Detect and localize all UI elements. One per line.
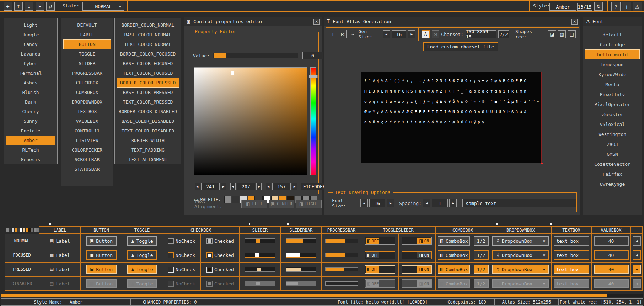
combobox-sample[interactable]: ◧ComboBox	[438, 265, 470, 274]
font-item[interactable]: PixelOperator	[585, 99, 640, 109]
property-item[interactable]: BASE_COLOR_FOCUSED	[117, 59, 179, 68]
theme-item[interactable]: Cherry	[6, 107, 55, 116]
dropdownbox-sample[interactable]: ↕DropdownBox ▼	[492, 265, 549, 274]
blue-value[interactable]: 157	[272, 183, 291, 190]
property-item[interactable]: BORDER_COLOR_DISABLED	[117, 107, 179, 116]
toggle-sample[interactable]: ▲Toggle	[127, 236, 157, 246]
font-item[interactable]: PixelIntv	[585, 89, 640, 99]
style-name-box[interactable]: Amber	[549, 3, 576, 11]
red-increment[interactable]: ▶	[221, 183, 226, 190]
combobox-sample[interactable]: ◧ComboBox	[438, 250, 470, 260]
toggleslider-off[interactable]: ◧OFF	[365, 237, 395, 245]
control-item[interactable]: CONTROL11	[63, 126, 111, 136]
theme-item[interactable]: Jungle	[6, 30, 55, 39]
control-item[interactable]: DEFAULT	[63, 20, 111, 30]
font-item[interactable]: default	[585, 30, 640, 39]
control-item[interactable]: VALUEBOX	[63, 116, 111, 126]
checkbox-checked[interactable]: Checked	[206, 281, 234, 287]
font-item[interactable]: Cartridge	[585, 39, 640, 49]
font-atlas-preview[interactable]: !"#$%&'()*+,-./0123456789:;<=>?@ABCDEFGH…	[361, 72, 542, 163]
checkbox-unchecked[interactable]: NoCheck	[168, 252, 195, 258]
control-item[interactable]: TOGGLE	[63, 49, 111, 59]
slider-knob[interactable]	[255, 253, 259, 257]
toggleslider-on[interactable]: ◨ON	[402, 279, 432, 288]
spacing-increment[interactable]: ▶	[449, 199, 457, 207]
spinner-left-arrow[interactable]: ◀	[633, 265, 641, 274]
font-item[interactable]: hello-world	[585, 49, 640, 59]
close-icon[interactable]: ×	[313, 19, 320, 25]
font-item[interactable]: Westington	[585, 129, 640, 139]
checkbox-checked[interactable]: Checked	[206, 252, 234, 258]
property-item[interactable]: BASE_COLOR_DISABLED	[117, 116, 179, 126]
value-slider[interactable]	[213, 53, 298, 58]
font-item[interactable]: homespun	[585, 59, 640, 69]
theme-item[interactable]: Amber	[6, 136, 55, 145]
combobox-counter[interactable]: 1/2	[474, 236, 489, 246]
sliderbar-sample[interactable]	[286, 267, 316, 272]
sliderbar-sample[interactable]	[286, 253, 316, 258]
property-item[interactable]: TEXT_ALIGNMENT	[117, 155, 179, 164]
control-item[interactable]: DROPDOWNBOX	[63, 97, 111, 107]
toggleslider-off[interactable]: ◧OFF	[365, 251, 395, 259]
warning-icon[interactable]: ⚠	[633, 2, 642, 11]
font-text-icon[interactable]: T	[329, 30, 337, 38]
toggle-sample[interactable]: ▲Toggle	[127, 265, 157, 274]
align-right-button[interactable]: ◨RIGHT	[296, 200, 322, 208]
property-item[interactable]: TEXT_COLOR_NORMAL	[117, 39, 179, 49]
valuebox-sample[interactable]: 40	[594, 250, 629, 260]
spacing-decrement[interactable]: ◀	[423, 199, 430, 207]
textbox-sample[interactable]: text box	[554, 250, 589, 260]
font-size-decrement[interactable]: ◀	[360, 199, 368, 207]
control-item[interactable]: PROGRESSBAR	[63, 68, 111, 78]
font-item[interactable]: 2a03	[585, 139, 640, 149]
control-item[interactable]: SCROLLBAR	[63, 155, 111, 164]
slider-sample[interactable]	[245, 281, 275, 286]
font-item[interactable]: v5loxical	[585, 119, 640, 129]
font-item[interactable]: Fairfax	[585, 169, 640, 179]
control-item[interactable]: CHECKBOX	[63, 78, 111, 88]
font-item[interactable]: v5easter	[585, 109, 640, 119]
charset-value[interactable]: ISO-8859-15	[466, 30, 496, 38]
valuebox-sample[interactable]: 40	[594, 279, 629, 288]
property-item[interactable]: BORDER_COLOR_FOCUSED	[117, 49, 179, 59]
align-left-button[interactable]: ◧LEFT	[241, 200, 267, 208]
font-item[interactable]: OwreKynge	[585, 179, 640, 189]
properties-editor-titlebar[interactable]: ▣ Control properties editor ×	[184, 17, 322, 26]
property-item[interactable]: BORDER_WIDTH	[117, 136, 179, 145]
control-item[interactable]: STATUSBAR	[63, 164, 111, 174]
theme-item[interactable]: Cyber	[6, 59, 55, 68]
random-style-icon[interactable]: ⇄	[46, 2, 55, 11]
red-decrement[interactable]: ◀	[195, 183, 200, 190]
property-item[interactable]: BASE_COLOR_PRESSED	[117, 88, 179, 97]
slider-knob[interactable]	[257, 268, 261, 271]
shape-empty-icon[interactable]: □	[568, 30, 576, 38]
new-file-icon[interactable]: +	[4, 2, 12, 11]
value-box[interactable]: 0	[302, 52, 323, 59]
horizontal-scrollbar[interactable]	[1, 294, 643, 297]
valuebox-sample[interactable]: 40	[594, 265, 629, 274]
theme-item[interactable]: Genesis	[6, 155, 55, 164]
textbox-sample[interactable]: text box	[554, 265, 589, 274]
clear-charset-icon[interactable]: ⊠	[432, 30, 439, 38]
property-item[interactable]: TEXT_COLOR_PRESSED	[117, 97, 179, 107]
open-file-icon[interactable]: ↑	[14, 2, 23, 11]
green-increment[interactable]: ▶	[256, 183, 262, 190]
button-sample[interactable]: ▣Button	[86, 250, 117, 260]
slider-knob[interactable]	[256, 239, 260, 243]
property-item[interactable]: TEXT_COLOR_DISABLED	[117, 126, 179, 136]
gen-size-increment[interactable]: ▶	[408, 30, 415, 38]
sliderbar-sample[interactable]	[286, 238, 316, 243]
toggle-sample[interactable]: ▲Toggle	[127, 279, 157, 288]
control-item[interactable]: COMBOBOX	[63, 88, 111, 97]
font-item[interactable]: Mecha	[585, 79, 640, 89]
toggleslider-off[interactable]: ◧OFF	[365, 265, 395, 274]
textbox-sample[interactable]: text box	[554, 279, 589, 288]
property-item[interactable]: TEXT_PADDING	[117, 145, 179, 155]
shape-slash-icon[interactable]: ▨	[558, 30, 566, 38]
toggleslider-on[interactable]: ◨ON	[402, 237, 432, 245]
toggleslider-on[interactable]: ◨ON	[402, 265, 432, 274]
button-sample[interactable]: ▣Button	[86, 265, 117, 274]
control-item[interactable]: COLORPICKER	[63, 145, 111, 155]
theme-item[interactable]: RLTech	[6, 145, 55, 155]
gen-size-decrement[interactable]: ◀	[383, 30, 390, 38]
